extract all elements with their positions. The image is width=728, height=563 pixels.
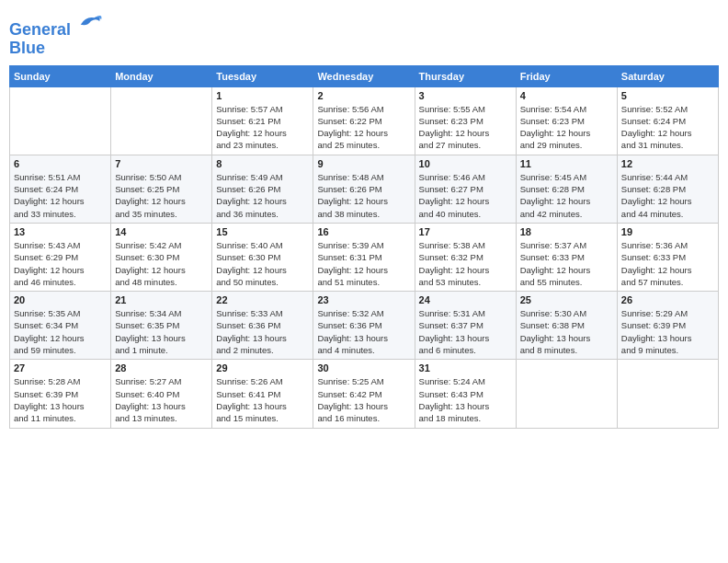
day-detail: Sunrise: 5:57 AMSunset: 6:21 PMDaylight:… (216, 103, 309, 152)
day-detail: Sunrise: 5:37 AMSunset: 6:33 PMDaylight:… (520, 239, 613, 288)
day-number: 11 (520, 158, 613, 169)
day-detail: Sunrise: 5:38 AMSunset: 6:32 PMDaylight:… (419, 239, 512, 288)
day-number: 23 (317, 294, 410, 305)
calendar-cell: 11Sunrise: 5:45 AMSunset: 6:28 PMDayligh… (516, 155, 617, 223)
calendar-cell: 27Sunrise: 5:28 AMSunset: 6:39 PMDayligh… (10, 360, 111, 428)
day-number: 4 (520, 90, 613, 101)
calendar-week-3: 13Sunrise: 5:43 AMSunset: 6:29 PMDayligh… (10, 223, 719, 291)
calendar-cell: 25Sunrise: 5:30 AMSunset: 6:38 PMDayligh… (516, 292, 617, 360)
weekday-header-friday: Friday (516, 65, 617, 86)
calendar-cell (10, 86, 111, 155)
calendar-cell: 30Sunrise: 5:25 AMSunset: 6:42 PMDayligh… (313, 360, 415, 428)
day-number: 21 (115, 294, 208, 305)
day-detail: Sunrise: 5:33 AMSunset: 6:36 PMDaylight:… (216, 307, 309, 356)
calendar-cell: 9Sunrise: 5:48 AMSunset: 6:26 PMDaylight… (313, 155, 415, 223)
day-detail: Sunrise: 5:31 AMSunset: 6:37 PMDaylight:… (419, 307, 512, 356)
day-number: 17 (419, 226, 512, 237)
day-detail: Sunrise: 5:50 AMSunset: 6:25 PMDaylight:… (115, 171, 208, 220)
calendar-cell: 2Sunrise: 5:56 AMSunset: 6:22 PMDaylight… (313, 86, 415, 155)
day-number: 16 (317, 226, 410, 237)
day-detail: Sunrise: 5:34 AMSunset: 6:35 PMDaylight:… (115, 307, 208, 356)
calendar-cell: 29Sunrise: 5:26 AMSunset: 6:41 PMDayligh… (212, 360, 313, 428)
day-detail: Sunrise: 5:26 AMSunset: 6:41 PMDaylight:… (216, 375, 309, 424)
calendar-cell: 6Sunrise: 5:51 AMSunset: 6:24 PMDaylight… (10, 155, 111, 223)
weekday-header-saturday: Saturday (617, 65, 718, 86)
day-number: 6 (14, 158, 107, 169)
calendar-cell: 17Sunrise: 5:38 AMSunset: 6:32 PMDayligh… (415, 223, 516, 291)
day-number: 1 (216, 90, 309, 101)
day-detail: Sunrise: 5:42 AMSunset: 6:30 PMDaylight:… (115, 239, 208, 288)
calendar-cell: 7Sunrise: 5:50 AMSunset: 6:25 PMDaylight… (111, 155, 212, 223)
day-detail: Sunrise: 5:32 AMSunset: 6:36 PMDaylight:… (317, 307, 410, 356)
day-detail: Sunrise: 5:29 AMSunset: 6:39 PMDaylight:… (621, 307, 714, 356)
calendar-week-5: 27Sunrise: 5:28 AMSunset: 6:39 PMDayligh… (10, 360, 719, 428)
day-number: 14 (115, 226, 208, 237)
day-number: 25 (520, 294, 613, 305)
day-number: 9 (317, 158, 410, 169)
calendar-cell: 3Sunrise: 5:55 AMSunset: 6:23 PMDaylight… (415, 86, 516, 155)
calendar-cell: 14Sunrise: 5:42 AMSunset: 6:30 PMDayligh… (111, 223, 212, 291)
day-detail: Sunrise: 5:35 AMSunset: 6:34 PMDaylight:… (14, 307, 107, 356)
calendar-table: SundayMondayTuesdayWednesdayThursdayFrid… (9, 65, 719, 429)
calendar-cell: 23Sunrise: 5:32 AMSunset: 6:36 PMDayligh… (313, 292, 415, 360)
day-number: 27 (14, 362, 107, 373)
calendar-cell (111, 86, 212, 155)
calendar-header-row: SundayMondayTuesdayWednesdayThursdayFrid… (10, 65, 719, 86)
calendar-cell: 16Sunrise: 5:39 AMSunset: 6:31 PMDayligh… (313, 223, 415, 291)
calendar-cell: 13Sunrise: 5:43 AMSunset: 6:29 PMDayligh… (10, 223, 111, 291)
weekday-header-thursday: Thursday (415, 65, 516, 86)
day-number: 26 (621, 294, 714, 305)
calendar-cell: 1Sunrise: 5:57 AMSunset: 6:21 PMDaylight… (212, 86, 313, 155)
day-number: 30 (317, 362, 410, 373)
calendar-cell: 31Sunrise: 5:24 AMSunset: 6:43 PMDayligh… (415, 360, 516, 428)
page-header: General Blue (9, 9, 719, 58)
day-number: 24 (419, 294, 512, 305)
day-detail: Sunrise: 5:48 AMSunset: 6:26 PMDaylight:… (317, 171, 410, 220)
day-number: 3 (419, 90, 512, 101)
weekday-header-sunday: Sunday (10, 65, 111, 86)
day-number: 7 (115, 158, 208, 169)
day-detail: Sunrise: 5:54 AMSunset: 6:23 PMDaylight:… (520, 103, 613, 152)
calendar-cell: 4Sunrise: 5:54 AMSunset: 6:23 PMDaylight… (516, 86, 617, 155)
calendar-cell: 22Sunrise: 5:33 AMSunset: 6:36 PMDayligh… (212, 292, 313, 360)
calendar-week-2: 6Sunrise: 5:51 AMSunset: 6:24 PMDaylight… (10, 155, 719, 223)
day-detail: Sunrise: 5:30 AMSunset: 6:38 PMDaylight:… (520, 307, 613, 356)
calendar-cell (617, 360, 718, 428)
day-detail: Sunrise: 5:46 AMSunset: 6:27 PMDaylight:… (419, 171, 512, 220)
day-number: 15 (216, 226, 309, 237)
day-number: 2 (317, 90, 410, 101)
logo-bird-icon (77, 9, 103, 35)
calendar-week-1: 1Sunrise: 5:57 AMSunset: 6:21 PMDaylight… (10, 86, 719, 155)
calendar-cell: 26Sunrise: 5:29 AMSunset: 6:39 PMDayligh… (617, 292, 718, 360)
weekday-header-monday: Monday (111, 65, 212, 86)
day-number: 28 (115, 362, 208, 373)
day-detail: Sunrise: 5:51 AMSunset: 6:24 PMDaylight:… (14, 171, 107, 220)
day-detail: Sunrise: 5:56 AMSunset: 6:22 PMDaylight:… (317, 103, 410, 152)
calendar-cell: 8Sunrise: 5:49 AMSunset: 6:26 PMDaylight… (212, 155, 313, 223)
day-number: 29 (216, 362, 309, 373)
day-number: 18 (520, 226, 613, 237)
calendar-cell: 21Sunrise: 5:34 AMSunset: 6:35 PMDayligh… (111, 292, 212, 360)
calendar-cell: 5Sunrise: 5:52 AMSunset: 6:24 PMDaylight… (617, 86, 718, 155)
weekday-header-wednesday: Wednesday (313, 65, 415, 86)
day-number: 8 (216, 158, 309, 169)
day-detail: Sunrise: 5:25 AMSunset: 6:42 PMDaylight:… (317, 375, 410, 424)
day-number: 13 (14, 226, 107, 237)
day-detail: Sunrise: 5:49 AMSunset: 6:26 PMDaylight:… (216, 171, 309, 220)
day-detail: Sunrise: 5:55 AMSunset: 6:23 PMDaylight:… (419, 103, 512, 152)
calendar-week-4: 20Sunrise: 5:35 AMSunset: 6:34 PMDayligh… (10, 292, 719, 360)
day-detail: Sunrise: 5:44 AMSunset: 6:28 PMDaylight:… (621, 171, 714, 220)
calendar-cell (516, 360, 617, 428)
day-number: 10 (419, 158, 512, 169)
calendar-cell: 24Sunrise: 5:31 AMSunset: 6:37 PMDayligh… (415, 292, 516, 360)
day-detail: Sunrise: 5:40 AMSunset: 6:30 PMDaylight:… (216, 239, 309, 288)
calendar-cell: 15Sunrise: 5:40 AMSunset: 6:30 PMDayligh… (212, 223, 313, 291)
day-number: 12 (621, 158, 714, 169)
day-detail: Sunrise: 5:39 AMSunset: 6:31 PMDaylight:… (317, 239, 410, 288)
day-detail: Sunrise: 5:36 AMSunset: 6:33 PMDaylight:… (621, 239, 714, 288)
day-detail: Sunrise: 5:52 AMSunset: 6:24 PMDaylight:… (621, 103, 714, 152)
logo-blue: Blue (9, 39, 45, 57)
day-detail: Sunrise: 5:28 AMSunset: 6:39 PMDaylight:… (14, 375, 107, 424)
logo: General Blue (9, 13, 103, 58)
day-number: 20 (14, 294, 107, 305)
